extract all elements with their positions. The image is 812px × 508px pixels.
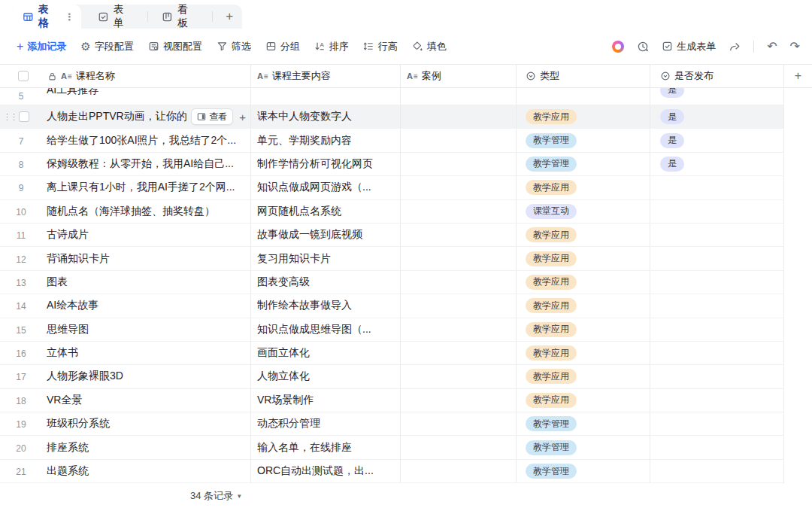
cell-course-content[interactable] (251, 88, 401, 105)
cell-case[interactable] (401, 224, 517, 247)
cell-course-content[interactable]: 制作绘本故事做导入 (251, 294, 401, 318)
cell-type[interactable]: 教学应用 (517, 318, 650, 342)
cell-course-name[interactable]: 立体书 (42, 342, 251, 365)
cell-published[interactable] (650, 224, 784, 247)
cell-course-name[interactable]: 思维导图 (42, 318, 251, 342)
cell-type[interactable]: 教学应用 (517, 224, 650, 247)
view-record-button[interactable]: 查看 (191, 108, 233, 125)
add-record-button[interactable]: + 添加记录 (17, 40, 66, 53)
tab-more-icon[interactable]: ⋮ (65, 11, 74, 23)
type-badge[interactable]: 教学应用 (526, 345, 577, 360)
published-badge[interactable]: 是 (660, 133, 684, 148)
cell-type[interactable]: 教学应用 (517, 389, 650, 412)
published-badge[interactable]: 是 (660, 109, 684, 124)
type-badge[interactable]: 教学应用 (526, 109, 577, 124)
cell-type[interactable]: 课堂互动 (517, 200, 650, 224)
cell-course-name[interactable]: 班级积分系统 (42, 412, 251, 436)
type-badge[interactable]: 教学应用 (526, 298, 577, 313)
undo-button[interactable]: ↶ (767, 41, 777, 53)
cell-course-name[interactable]: 排座系统 (42, 436, 251, 459)
redo-button[interactable]: ↷ (790, 41, 800, 53)
view-config-button[interactable]: 视图配置 (148, 40, 202, 53)
column-header-type[interactable]: 类型 (540, 69, 559, 83)
cell-case[interactable] (401, 294, 517, 318)
cell-course-name[interactable]: 保姆级教程：从零开始，我用AI给自己... (42, 153, 251, 176)
cell-course-name[interactable]: 给学生做了100张AI照片，我总结了2个... (42, 129, 251, 152)
cell-course-content[interactable]: 图表变高级 (251, 271, 401, 294)
cell-case[interactable] (401, 153, 517, 176)
published-badge[interactable]: 是 (660, 157, 684, 172)
column-header-course-name[interactable]: 课程名称 (76, 69, 115, 83)
cell-type[interactable]: 教学应用 (517, 247, 650, 270)
add-field-button[interactable]: + (795, 69, 801, 83)
cell-course-content[interactable]: 故事做成一镜到底视频 (251, 224, 401, 247)
cell-course-name[interactable]: 古诗成片 (42, 224, 251, 247)
share-button[interactable] (729, 41, 741, 53)
cell-course-name[interactable]: 人物形象裸眼3D (42, 365, 251, 388)
sort-button[interactable]: A 排序 (314, 40, 349, 53)
cell-case[interactable] (401, 342, 517, 365)
drag-handle-icon[interactable]: ⋮⋮ (3, 113, 12, 121)
cell-course-name[interactable]: AI工具推荐 (42, 88, 251, 105)
cell-course-content[interactable]: 人物立体化 (251, 365, 401, 388)
cell-published[interactable] (650, 412, 784, 436)
cell-course-content[interactable]: VR场景制作 (251, 389, 401, 412)
cell-course-name[interactable]: 离上课只有1小时，我用AI手搓了2个网... (42, 176, 251, 199)
column-header-case[interactable]: 案例 (422, 69, 441, 83)
type-badge[interactable]: 教学应用 (526, 322, 577, 337)
cell-course-content[interactable]: 网页随机点名系统 (251, 200, 401, 224)
type-badge[interactable]: 教学应用 (526, 227, 577, 242)
cell-case[interactable] (401, 105, 517, 129)
cell-published[interactable]: 是 (650, 129, 784, 152)
cell-case[interactable] (401, 176, 517, 199)
cell-published[interactable] (650, 365, 784, 388)
cell-published[interactable] (650, 460, 784, 483)
type-badge[interactable]: 教学应用 (526, 251, 577, 266)
cell-case[interactable] (401, 271, 517, 294)
cell-case[interactable] (401, 129, 517, 152)
cell-published[interactable] (650, 247, 784, 270)
cell-type[interactable]: 教学应用 (517, 176, 650, 199)
cell-published[interactable] (650, 389, 784, 412)
group-button[interactable]: 分组 (265, 40, 300, 53)
cell-published[interactable]: 是 (650, 88, 784, 105)
history-button[interactable] (637, 41, 649, 53)
cell-case[interactable] (401, 412, 517, 436)
cell-course-name[interactable]: AI绘本故事 (42, 294, 251, 318)
cell-published[interactable] (650, 318, 784, 342)
tab-kanban-view[interactable]: 看板 (153, 5, 207, 29)
cell-course-name[interactable]: 图表 (42, 271, 251, 294)
type-badge[interactable]: 教学应用 (526, 180, 577, 195)
cell-case[interactable] (401, 318, 517, 342)
fill-color-button[interactable]: 填色 (412, 40, 447, 53)
cell-course-name[interactable]: 人物走出PPTVR动画，让你的查看+ (42, 105, 251, 129)
add-view-button[interactable]: + (217, 9, 243, 24)
cell-type[interactable]: 教学应用 (517, 342, 650, 365)
cell-type[interactable]: 教学管理 (517, 460, 650, 483)
cell-case[interactable] (401, 247, 517, 270)
cell-course-content[interactable]: 知识点做成网页游戏（... (251, 176, 401, 199)
type-badge[interactable]: 教学应用 (526, 275, 577, 290)
cell-case[interactable] (401, 389, 517, 412)
type-badge[interactable]: 教学管理 (526, 464, 577, 479)
type-badge[interactable]: 教学应用 (526, 369, 577, 384)
cell-type[interactable]: 教学应用 (517, 365, 650, 388)
type-badge[interactable]: 课堂互动 (526, 204, 577, 219)
cell-case[interactable] (401, 365, 517, 388)
ai-assistant-icon[interactable] (612, 41, 624, 53)
cell-course-name[interactable]: 出题系统 (42, 460, 251, 483)
cell-type[interactable]: 教学应用 (517, 294, 650, 318)
column-header-published[interactable]: 是否发布 (674, 69, 714, 83)
column-header-course-content[interactable]: 课程主要内容 (272, 69, 331, 83)
row-checkbox[interactable] (19, 111, 29, 122)
cell-case[interactable] (401, 200, 517, 224)
cell-published[interactable] (650, 294, 784, 318)
cell-course-name[interactable]: 背诵知识卡片 (42, 247, 251, 270)
type-badge[interactable]: 教学管理 (526, 440, 577, 455)
cell-type[interactable]: 教学管理 (517, 129, 650, 152)
cell-course-name[interactable]: 随机点名（海洋球抽签、抽奖转盘） (42, 200, 251, 224)
cell-course-content[interactable]: 单元、学期奖励内容 (251, 129, 401, 152)
cell-type[interactable]: 教学应用 (517, 105, 650, 129)
cell-published[interactable]: 是 (650, 153, 784, 176)
cell-type[interactable]: 教学管理 (517, 153, 650, 176)
